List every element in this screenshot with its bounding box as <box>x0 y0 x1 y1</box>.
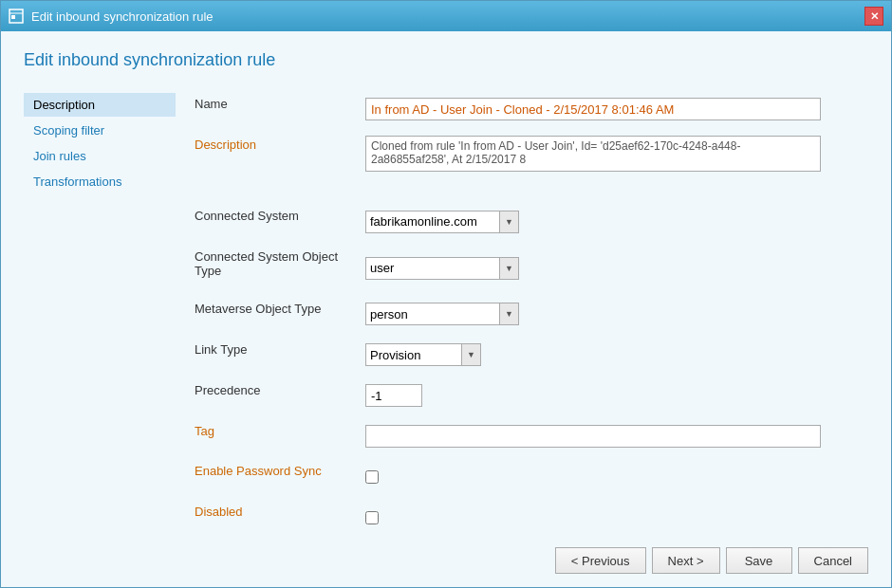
enable-password-sync-label: Enable Password Sync <box>195 456 365 497</box>
form-grid: Name Description Connected System <box>195 89 868 538</box>
tag-input[interactable] <box>365 425 821 448</box>
sidebar-item-scoping-filter[interactable]: Scoping filter <box>24 119 176 142</box>
connected-system-select[interactable]: fabrikamonline.com <box>366 211 499 232</box>
disabled-checkbox[interactable] <box>365 511 379 524</box>
cs-object-type-select[interactable]: user <box>366 258 499 279</box>
enable-password-sync-checkbox[interactable] <box>365 470 379 484</box>
mv-object-type-select[interactable]: person <box>366 303 499 324</box>
enable-password-sync-wrapper <box>365 466 379 488</box>
cs-object-type-label: Connected System Object Type <box>195 242 365 294</box>
svg-rect-2 <box>11 15 15 19</box>
disabled-label: Disabled <box>195 497 365 538</box>
description-label: Description <box>195 130 365 186</box>
connected-system-select-wrapper: fabrikamonline.com ▼ <box>365 211 519 233</box>
description-cell <box>365 130 868 186</box>
disabled-wrapper <box>365 506 379 529</box>
precedence-label: Precedence <box>195 376 365 416</box>
page-title: Edit inbound synchronization rule <box>24 50 868 70</box>
cs-object-type-select-wrapper: user ▼ <box>365 257 519 280</box>
mv-object-type-label: Metaverse Object Type <box>195 294 365 335</box>
sidebar-item-transformations[interactable]: Transformations <box>24 170 176 193</box>
disabled-cell <box>365 497 868 538</box>
tag-cell <box>365 416 868 457</box>
close-button[interactable]: ✕ <box>864 7 883 26</box>
name-input[interactable] <box>365 98 821 120</box>
link-type-select-wrapper: Provision Join StickyJoin ▼ <box>365 343 481 366</box>
precedence-input[interactable] <box>365 384 422 407</box>
title-bar-left: Edit inbound synchronization rule <box>9 9 214 24</box>
app-icon <box>9 9 24 24</box>
title-bar: Edit inbound synchronization rule ✕ <box>1 1 891 31</box>
precedence-cell <box>365 376 868 416</box>
link-type-dropdown-icon: ▼ <box>461 344 480 365</box>
spacer-1 <box>195 186 365 192</box>
next-button[interactable]: Next > <box>652 547 720 574</box>
main-form: Name Description Connected System <box>176 89 868 538</box>
tag-label: Tag <box>195 416 365 457</box>
cancel-button[interactable]: Cancel <box>798 547 868 574</box>
sidebar-item-description[interactable]: Description <box>24 93 176 117</box>
cs-object-type-dropdown-icon: ▼ <box>499 258 518 279</box>
name-label: Name <box>195 89 365 130</box>
window-body: Edit inbound synchronization rule Descri… <box>1 31 891 587</box>
cs-object-type-cell: user ▼ <box>365 242 868 294</box>
sidebar: Description Scoping filter Join rules Tr… <box>24 89 176 538</box>
previous-button[interactable]: < Previous <box>555 547 646 574</box>
connected-system-cell: fabrikamonline.com ▼ <box>365 201 868 242</box>
description-input[interactable] <box>365 136 821 172</box>
mv-object-type-select-wrapper: person ▼ <box>365 303 519 325</box>
link-type-cell: Provision Join StickyJoin ▼ <box>365 335 868 376</box>
name-cell <box>365 89 868 130</box>
sidebar-item-join-rules[interactable]: Join rules <box>24 144 176 168</box>
main-window: Edit inbound synchronization rule ✕ Edit… <box>0 0 892 588</box>
bottom-bar: < Previous Next > Save Cancel <box>24 538 868 578</box>
title-bar-text: Edit inbound synchronization rule <box>31 9 214 24</box>
spacer-1b <box>365 186 868 192</box>
mv-object-type-dropdown-icon: ▼ <box>499 303 518 324</box>
link-type-select[interactable]: Provision Join StickyJoin <box>366 344 461 365</box>
connected-system-label: Connected System <box>195 201 365 242</box>
save-button[interactable]: Save <box>726 547 792 574</box>
content-area: Description Scoping filter Join rules Tr… <box>24 89 868 538</box>
connected-system-dropdown-icon: ▼ <box>499 211 518 232</box>
link-type-label: Link Type <box>195 335 365 376</box>
mv-object-type-cell: person ▼ <box>365 294 868 335</box>
enable-password-sync-cell <box>365 456 868 497</box>
